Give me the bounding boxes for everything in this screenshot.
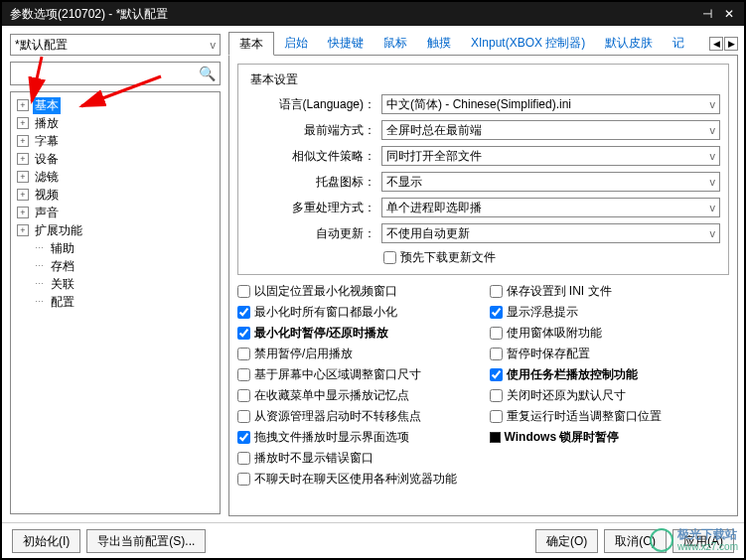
label-predownload: 预先下载更新文件 [400,249,496,266]
select-multi[interactable]: 单个进程即选即播v [381,198,720,217]
tab-记[interactable]: 记 [663,32,694,56]
expand-icon[interactable]: + [17,189,29,201]
tree-item-声音[interactable]: +声音 [13,204,218,221]
checkbox[interactable] [237,473,250,486]
tab-scroll: ◀ ▶ [708,37,738,51]
tree-item-字幕[interactable]: +字幕 [13,132,218,150]
check-label: 以固定位置最小化视频窗口 [254,283,397,300]
cancel-button[interactable]: 取消(C) [604,529,667,553]
check-option[interactable]: 从资源管理器启动时不转移焦点 [237,408,478,425]
select-update[interactable]: 不使用自动更新v [381,223,720,243]
check-predownload[interactable] [383,251,396,264]
check-option[interactable]: 显示浮悬提示 [490,304,730,321]
tree-item-基本[interactable]: +基本 [13,96,218,114]
export-button[interactable]: 导出当前配置(S)... [86,529,206,553]
profile-current: *默认配置 [15,37,68,54]
chevron-down-icon: v [710,227,716,239]
checkbox[interactable] [490,306,503,319]
check-option[interactable]: 不聊天时在聊天区使用各种浏览器功能 [237,471,478,488]
checkbox[interactable] [490,389,503,402]
main-area: *默认配置 v 🔍 +基本+播放+字幕+设备+滤镜+视频+声音+扩展功能⋯辅助⋯… [2,26,744,522]
tree-item-辅助[interactable]: ⋯辅助 [13,239,218,257]
tab-默认皮肤[interactable]: 默认皮肤 [595,32,663,56]
expand-icon[interactable]: + [17,153,29,165]
tree-item-关联[interactable]: ⋯关联 [13,275,218,293]
check-option[interactable]: 在收藏菜单中显示播放记忆点 [237,387,478,404]
expand-icon[interactable]: + [17,224,29,236]
select-language[interactable]: 中文(简体) - Chinese(Simplified).iniv [381,94,720,114]
expand-icon[interactable]: + [17,171,29,183]
checkbox[interactable] [237,389,250,402]
check-option[interactable]: 关闭时还原为默认尺寸 [490,387,730,404]
check-option[interactable]: 最小化时所有窗口都最小化 [237,304,478,321]
tab-鼠标[interactable]: 鼠标 [373,32,417,56]
check-label: 保存设置到 INI 文件 [507,283,612,300]
label-front: 最前端方式： [246,122,375,139]
check-option[interactable]: 重复运行时适当调整窗口位置 [490,408,730,425]
tree-item-存档[interactable]: ⋯存档 [13,257,218,275]
check-option[interactable]: 禁用暂停/启用播放 [237,346,478,362]
check-label: 从资源管理器启动时不转移焦点 [254,408,421,425]
checkbox[interactable] [490,410,503,423]
check-option[interactable]: Windows 锁屏时暂停 [490,429,730,446]
tree-item-播放[interactable]: +播放 [13,114,218,132]
tree-item-扩展功能[interactable]: +扩展功能 [13,221,218,239]
tab-XInput(XBOX 控制器)[interactable]: XInput(XBOX 控制器) [461,32,595,56]
checkbox[interactable] [237,285,250,298]
check-label: 显示浮悬提示 [507,304,578,321]
ok-button[interactable]: 确定(O) [535,529,598,553]
tab-scroll-left[interactable]: ◀ [709,37,723,51]
check-option[interactable]: 使用任务栏播放控制功能 [490,366,730,383]
chevron-down-icon: v [710,150,716,162]
select-tray[interactable]: 不显示v [381,172,720,192]
expand-icon[interactable]: + [17,135,29,147]
tree-item-视频[interactable]: +视频 [13,186,218,204]
checkbox[interactable] [237,410,250,423]
tab-快捷键[interactable]: 快捷键 [318,32,373,56]
check-option[interactable]: 暂停时保存配置 [490,346,730,362]
tab-基本[interactable]: 基本 [228,32,274,56]
tab-触摸[interactable]: 触摸 [417,32,461,56]
check-option[interactable]: 播放时不显示错误窗口 [237,450,478,467]
check-option[interactable]: 使用窗体吸附功能 [490,325,730,342]
checkbox[interactable] [490,368,503,381]
checkbox[interactable] [237,452,250,465]
check-label: 禁用暂停/启用播放 [254,346,353,362]
check-label: 不聊天时在聊天区使用各种浏览器功能 [254,471,457,488]
checkbox[interactable] [490,348,503,360]
checkbox-filled-icon[interactable] [490,432,501,443]
checkbox[interactable] [237,348,250,360]
pin-icon[interactable]: ⊣ [700,7,714,21]
check-option[interactable]: 拖拽文件播放时显示界面选项 [237,429,478,446]
check-option[interactable]: 基于屏幕中心区域调整窗口尺寸 [237,366,478,383]
tree-item-配置[interactable]: ⋯配置 [13,293,218,311]
checkbox[interactable] [490,285,503,298]
profile-select[interactable]: *默认配置 v [10,34,221,56]
search-input[interactable] [15,67,199,80]
select-front[interactable]: 全屏时总在最前端v [381,120,720,140]
expand-icon[interactable]: + [17,117,29,129]
expand-icon[interactable]: + [17,207,29,218]
check-label: 在收藏菜单中显示播放记忆点 [254,387,409,404]
checkbox[interactable] [237,368,250,381]
check-option[interactable]: 最小化时暂停/还原时播放 [237,325,478,342]
check-option[interactable]: 保存设置到 INI 文件 [490,283,730,300]
checkbox[interactable] [237,306,250,319]
tree-item-滤镜[interactable]: +滤镜 [13,168,218,186]
close-icon[interactable]: ✕ [722,7,736,21]
checks-grid: 以固定位置最小化视频窗口最小化时所有窗口都最小化最小化时暂停/还原时播放禁用暂停… [237,283,729,488]
checkbox[interactable] [237,327,250,340]
expand-icon[interactable]: + [17,99,29,111]
check-option[interactable]: 以固定位置最小化视频窗口 [237,283,478,300]
apply-button[interactable]: 应用(A) [672,529,734,553]
checks-right-col: 保存设置到 INI 文件显示浮悬提示使用窗体吸附功能暂停时保存配置使用任务栏播放… [490,283,730,488]
tab-scroll-right[interactable]: ▶ [724,37,738,51]
init-button[interactable]: 初始化(I) [12,529,80,553]
checkbox[interactable] [490,327,503,340]
tree-label: 关联 [49,276,76,293]
checkbox[interactable] [237,431,250,444]
select-similar[interactable]: 同时打开全部文件v [381,146,720,166]
tree-item-设备[interactable]: +设备 [13,150,218,168]
search-icon[interactable]: 🔍 [199,66,216,81]
tab-启始[interactable]: 启始 [274,32,318,56]
